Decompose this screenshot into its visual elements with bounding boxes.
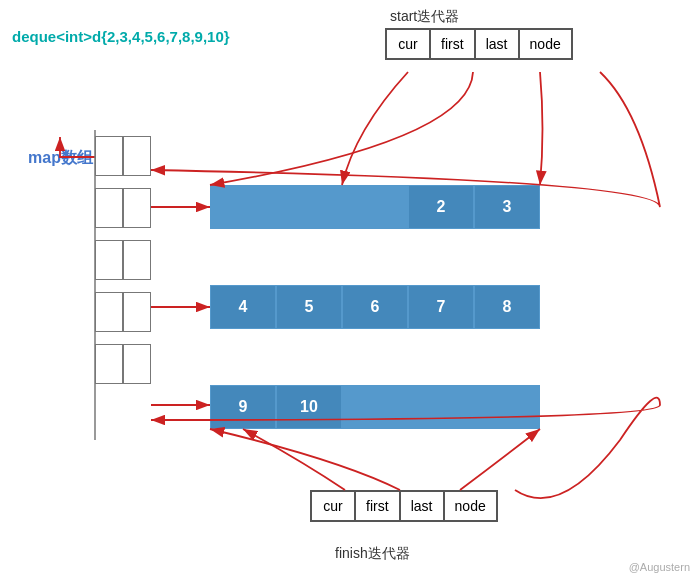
map-cell-3b: [123, 292, 151, 332]
finish-node-cell: node: [444, 491, 497, 521]
map-cell-4b: [123, 344, 151, 384]
buffer-r2-c2: 6: [342, 285, 408, 329]
buffer-r3-c1: 10: [276, 385, 342, 429]
finish-last-cell: last: [400, 491, 444, 521]
buffer-r2-c4: 8: [474, 285, 540, 329]
buffer-r1-c3: 2: [408, 185, 474, 229]
map-row-4: [95, 338, 151, 390]
map-cell-4a: [95, 344, 123, 384]
map-row-1: [95, 182, 151, 234]
start-last-cell: last: [475, 29, 519, 59]
buffer-row-3: 9 10: [210, 385, 540, 429]
finish-iterator-label: finish迭代器: [335, 545, 410, 563]
buffer-r1-c2: [342, 185, 408, 229]
start-iterator-box: cur first last node: [385, 28, 573, 60]
buffer-r1-c0: [210, 185, 276, 229]
map-cell-1a: [95, 188, 123, 228]
buffer-r2-c1: 5: [276, 285, 342, 329]
map-cell-0a: [95, 136, 123, 176]
watermark: @Augustern: [629, 561, 690, 573]
start-first-cell: first: [430, 29, 475, 59]
start-cur-cell: cur: [386, 29, 430, 59]
deque-label: deque<int>d{2,3,4,5,6,7,8,9,10}: [12, 28, 230, 45]
buffer-r3-c2: [342, 385, 408, 429]
start-iterator-label: start迭代器: [390, 8, 459, 26]
map-row-2: [95, 234, 151, 286]
map-cell-1b: [123, 188, 151, 228]
start-node-cell: node: [519, 29, 572, 59]
map-row-0: [95, 130, 151, 182]
finish-iterator-box: cur first last node: [310, 490, 498, 522]
buffer-r3-c4: [474, 385, 540, 429]
map-cell-2b: [123, 240, 151, 280]
map-label: map数组: [28, 148, 93, 169]
buffer-r1-c1: [276, 185, 342, 229]
map-cell-0b: [123, 136, 151, 176]
map-cell-3a: [95, 292, 123, 332]
map-row-3: [95, 286, 151, 338]
buffer-row-2: 4 5 6 7 8: [210, 285, 540, 329]
buffer-r2-c3: 7: [408, 285, 474, 329]
map-cell-2a: [95, 240, 123, 280]
finish-first-cell: first: [355, 491, 400, 521]
canvas-area: deque<int>d{2,3,4,5,6,7,8,9,10} map数组 st…: [0, 0, 700, 583]
buffer-r2-c0: 4: [210, 285, 276, 329]
finish-cur-cell: cur: [311, 491, 355, 521]
buffer-row-1: 2 3: [210, 185, 540, 229]
buffer-r3-c3: [408, 385, 474, 429]
map-structure: [95, 130, 151, 390]
buffer-r1-c4: 3: [474, 185, 540, 229]
buffer-r3-c0: 9: [210, 385, 276, 429]
